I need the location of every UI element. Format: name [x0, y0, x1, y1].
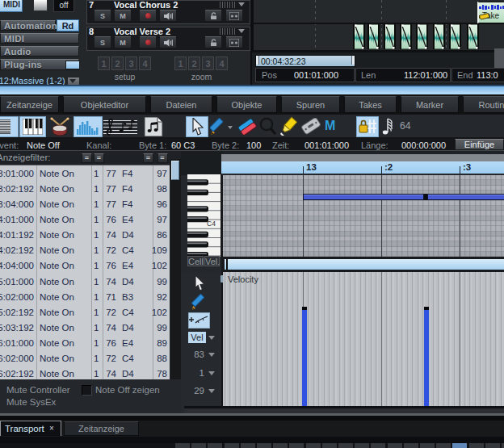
svg-text:C4: C4 — [207, 220, 216, 228]
